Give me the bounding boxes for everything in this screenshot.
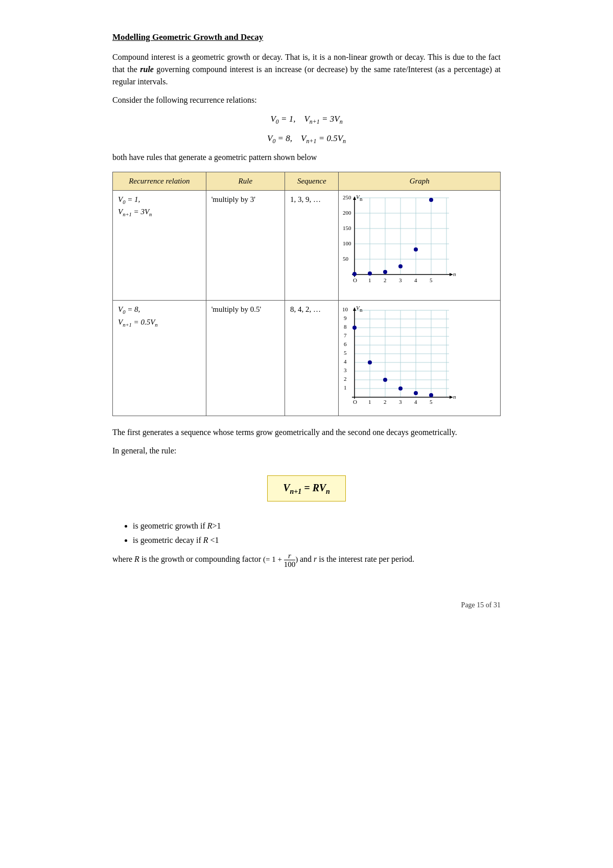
paragraph-5: In general, the rule: — [112, 445, 501, 457]
data2-point-3 — [398, 386, 403, 391]
svg-marker-34 — [450, 396, 453, 399]
table-header-rule: Rule — [206, 172, 285, 191]
data-point-2 — [383, 270, 387, 274]
data2-point-2 — [383, 378, 387, 382]
y-label-50: 50 — [343, 256, 349, 262]
paragraph-2: Consider the following recurrence relati… — [112, 94, 501, 106]
data2-point-5 — [429, 393, 433, 397]
paragraph-1: Compound interest is a geometric growth … — [112, 51, 501, 88]
table-row-1: V0 = 1, Vn+1 = 3Vn 'multiply by 3' 1, 3,… — [113, 190, 501, 301]
paragraph-6: where R is the growth or compounding fac… — [112, 552, 501, 569]
y2-label-8: 8 — [344, 324, 347, 330]
origin-label: O — [353, 277, 357, 283]
x2-label-5: 5 — [430, 399, 433, 405]
data2-point-1 — [368, 360, 372, 364]
x2-label-1: 1 — [368, 399, 371, 405]
x-label-5: 5 — [430, 277, 433, 283]
recurrence-table: Recurrence relation Rule Sequence Graph … — [112, 172, 501, 416]
data-point-5 — [429, 198, 433, 202]
origin2-label: O — [353, 399, 357, 405]
y-label-250: 250 — [343, 194, 351, 200]
table-cell-graph-2: 1 2 3 4 5 6 7 8 9 10 V n O 1 2 — [339, 301, 501, 416]
y2-label-3: 3 — [344, 367, 347, 373]
data-point-1 — [368, 271, 372, 276]
x-label-2: 2 — [384, 277, 387, 283]
table-cell-sequence-2: 8, 4, 2, … — [285, 301, 339, 416]
table-cell-recurrence-1: V0 = 1, Vn+1 = 3Vn — [113, 190, 206, 301]
highlight-formula-wrapper: Vn+1 = RVn — [112, 467, 501, 510]
y2-label-2: 2 — [344, 376, 347, 382]
x-axis-label: n — [453, 271, 456, 277]
paragraph-4: The first generates a sequence whose ter… — [112, 426, 501, 439]
svg-marker-14 — [450, 273, 453, 276]
table-cell-rule-2: 'multiply by 0.5' — [206, 301, 285, 416]
x-label-1: 1 — [368, 277, 371, 283]
x2-label-3: 3 — [399, 399, 402, 405]
x-label-4: 4 — [414, 277, 417, 283]
page-footer: Page 15 of 31 — [112, 600, 501, 610]
table-cell-sequence-1: 1, 3, 9, … — [285, 190, 339, 301]
data2-point-0 — [352, 326, 357, 330]
recurrence-relation-1: V0 = 1, Vn+1 = 3Vn — [112, 112, 501, 127]
y2-label-4: 4 — [344, 358, 347, 364]
table-cell-rule-1: 'multiply by 3' — [206, 190, 285, 301]
page-title: Modelling Geometric Growth and Decay — [112, 31, 501, 44]
bullet-item-1: is geometric growth if R>1 — [133, 520, 501, 532]
table-header-graph: Graph — [339, 172, 501, 191]
y-label-100: 100 — [343, 240, 351, 246]
x-label-3: 3 — [399, 277, 402, 283]
y-label-200: 200 — [343, 210, 351, 216]
table-header-sequence: Sequence — [285, 172, 339, 191]
table-cell-graph-1: 50 100 150 200 250 V n O 1 2 3 4 5 n — [339, 190, 501, 301]
y2-label-6: 6 — [344, 341, 347, 347]
y2-label-7: 7 — [344, 332, 347, 338]
data2-point-4 — [414, 391, 418, 395]
recurrence-relation-2: V0 = 8, Vn+1 = 0.5Vn — [112, 132, 501, 146]
data-point-3 — [398, 264, 403, 268]
y2-label-1: 1 — [344, 384, 347, 391]
y2-axis-sub: n — [360, 307, 363, 313]
table-row-2: V0 = 8, Vn+1 = 0.5Vn 'multiply by 0.5' 8… — [113, 301, 501, 416]
highlight-formula-box: Vn+1 = RVn — [267, 475, 346, 501]
x2-axis-label: n — [453, 394, 456, 400]
y-label-150: 150 — [343, 225, 351, 231]
bullet-list: is geometric growth if R>1 is geometric … — [133, 520, 501, 546]
table-header-recurrence: Recurrence relation — [113, 172, 206, 191]
x2-label-2: 2 — [384, 399, 387, 405]
bullet-item-2: is geometric decay if R <1 — [133, 534, 501, 546]
data-point-4 — [414, 247, 418, 252]
paragraph-3: both have rules that generate a geometri… — [112, 151, 501, 164]
y-axis-sub: n — [360, 196, 363, 202]
table-cell-recurrence-2: V0 = 8, Vn+1 = 0.5Vn — [113, 301, 206, 416]
y2-label-9: 9 — [344, 315, 347, 321]
y2-label-10: 10 — [342, 306, 348, 312]
x2-label-4: 4 — [414, 399, 417, 405]
y2-label-5: 5 — [344, 350, 347, 356]
page-number: Page 15 of 31 — [461, 601, 501, 609]
data-point-0 — [352, 272, 357, 276]
